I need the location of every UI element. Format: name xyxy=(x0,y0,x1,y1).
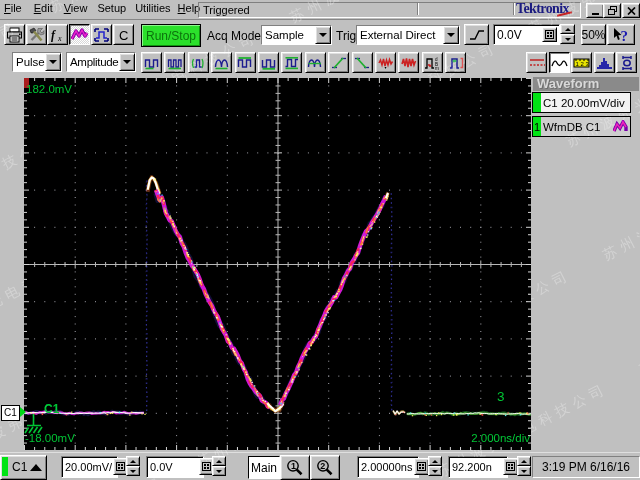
waveform-row-2[interactable]: 1WfmDB C1 xyxy=(532,116,631,137)
svg-text:C: C xyxy=(119,28,128,42)
trig-slope-button[interactable] xyxy=(464,24,489,45)
histogram-view-button[interactable] xyxy=(594,52,615,73)
minimize-button[interactable] xyxy=(586,3,604,18)
close-button[interactable] xyxy=(622,3,640,18)
mean-measurement-button[interactable] xyxy=(305,52,326,73)
zoom-percent-button[interactable]: 50% xyxy=(581,24,606,45)
fall-time-icon xyxy=(354,56,370,70)
magnifier-2-icon: 2 xyxy=(316,459,334,476)
menu-setup[interactable]: Setup xyxy=(97,0,126,16)
waveform-row-color-bar xyxy=(533,93,541,112)
run-stop-label: Run/Stop xyxy=(146,29,196,43)
readout-view-button[interactable]: 1 2 3 xyxy=(571,52,592,73)
zoom2-button[interactable]: 2 xyxy=(310,455,340,480)
trig-level-value: 0.0V xyxy=(497,28,522,42)
pulse-capture-button[interactable] xyxy=(91,24,112,45)
menu-bar: FileEditViewSetupUtilitiesHelp Triggered… xyxy=(0,0,640,20)
vertical-offset-spinner[interactable] xyxy=(212,456,226,476)
tools-button[interactable] xyxy=(26,24,47,45)
fall-time-measurement-button[interactable] xyxy=(352,52,373,73)
trig-source-dropdown-arrow[interactable] xyxy=(443,26,459,44)
print-button[interactable] xyxy=(4,24,25,45)
scope-screen: 182.0mV-18.00mV2.000ns/div3C1 xyxy=(24,78,531,450)
spin-up-button[interactable] xyxy=(428,456,442,466)
period-measurement-button[interactable] xyxy=(141,52,162,73)
cycle-mean-measurement-button[interactable] xyxy=(211,52,232,73)
trig-level-spinner[interactable] xyxy=(560,24,575,44)
meas-category2-combobox[interactable]: Amplitude xyxy=(66,52,136,72)
keypad-button[interactable] xyxy=(414,458,429,475)
eye-mask-view-button[interactable] xyxy=(616,52,637,73)
waveform-button[interactable] xyxy=(69,24,90,45)
pkpk-noise-measurement-button[interactable] xyxy=(398,52,419,73)
vertical-scale-spinner[interactable] xyxy=(126,456,140,476)
spin-down-button[interactable] xyxy=(560,34,575,44)
channel-marker-label: C1 xyxy=(4,407,17,418)
restore-button[interactable] xyxy=(603,3,621,18)
trig-level-field[interactable]: 0.0V xyxy=(493,24,560,45)
meas-category2-dropdown-arrow[interactable] xyxy=(119,53,135,71)
meas-category1-value: Pulse xyxy=(13,53,45,71)
timebase-select-label: Main xyxy=(251,461,277,475)
run-stop-button[interactable]: Run/Stop xyxy=(141,24,201,47)
trig-source-combobox[interactable]: External Direct xyxy=(356,25,460,45)
menu-view[interactable]: View xyxy=(64,0,88,16)
c-measure-button[interactable]: C xyxy=(113,24,134,45)
spin-down-button[interactable] xyxy=(517,466,531,476)
fx-button[interactable]: fx xyxy=(47,24,68,45)
up-arrow-icon xyxy=(130,460,136,463)
horizontal-scale-spinner[interactable] xyxy=(428,456,442,476)
frequency-measurement-button[interactable] xyxy=(164,52,185,73)
menu-help[interactable]: Help xyxy=(178,0,201,16)
low-measurement-button[interactable] xyxy=(258,52,279,73)
channel-marker[interactable]: C1 xyxy=(1,405,25,420)
spin-down-button[interactable] xyxy=(126,466,140,476)
dbm-icon: dBm xyxy=(424,56,440,70)
context-help-button[interactable]: ? xyxy=(607,24,635,45)
svg-text:1 2 3: 1 2 3 xyxy=(575,60,589,66)
horizontal-position-value: 92.200n xyxy=(452,461,492,473)
meas-category1-dropdown-arrow[interactable] xyxy=(45,53,61,71)
horizontal-position-spinner[interactable] xyxy=(517,456,531,476)
down-arrow-icon xyxy=(432,470,438,473)
horizontal-position-field[interactable]: 92.200n xyxy=(448,456,508,478)
vertical-offset-value: 0.0V xyxy=(150,461,173,473)
vector-view-button[interactable] xyxy=(549,52,570,73)
persistence-view-button[interactable] xyxy=(526,52,547,73)
vertical-scale-field[interactable]: 20.00mV/ xyxy=(61,456,118,478)
menu-utilities[interactable]: Utilities xyxy=(135,0,170,16)
menu-file[interactable]: File xyxy=(4,0,22,16)
spin-up-button[interactable] xyxy=(560,24,575,34)
channel-select-button[interactable]: C1 xyxy=(0,455,47,480)
spin-up-button[interactable] xyxy=(517,456,531,466)
dbm-measurement-button[interactable]: dBm xyxy=(422,52,443,73)
restore-icon xyxy=(608,6,617,15)
minimize-icon xyxy=(592,13,599,15)
amplitude-measurement-button[interactable] xyxy=(281,52,302,73)
rms-noise-measurement-button[interactable] xyxy=(375,52,396,73)
high-measurement-button[interactable] xyxy=(235,52,256,73)
keypad-button[interactable] xyxy=(503,458,518,475)
up-arrow-icon xyxy=(565,28,571,31)
keypad-icon xyxy=(202,462,211,471)
spin-down-button[interactable] xyxy=(428,466,442,476)
menu-items: FileEditViewSetupUtilitiesHelp xyxy=(4,0,200,16)
meas-category1-combobox[interactable]: Pulse xyxy=(12,52,62,72)
menu-edit[interactable]: Edit xyxy=(34,0,53,16)
acq-mode-dropdown-arrow[interactable] xyxy=(315,26,331,44)
timebase-select-button[interactable]: Main xyxy=(248,456,280,479)
acq-mode-combobox[interactable]: Sample xyxy=(261,25,332,45)
gated-measurement-button[interactable] xyxy=(445,52,466,73)
spin-up-button[interactable] xyxy=(126,456,140,466)
rise-time-measurement-button[interactable] xyxy=(328,52,349,73)
spin-down-button[interactable] xyxy=(212,466,226,476)
horizontal-scale-field[interactable]: 2.00000ns xyxy=(357,456,419,478)
waveform-row-1[interactable]: C1 20.00mV/div xyxy=(532,92,631,113)
keypad-button[interactable] xyxy=(542,27,557,42)
vertical-offset-field[interactable]: 0.0V xyxy=(146,456,204,478)
bottom-control-bar: C1 20.00mV/ 0.0V Main 1 xyxy=(0,452,640,480)
clock-text: 3:19 PM 6/16/16 xyxy=(542,460,630,474)
positive-width-measurement-button[interactable] xyxy=(188,52,209,73)
spin-up-button[interactable] xyxy=(212,456,226,466)
zoom1-button[interactable]: 1 xyxy=(280,455,310,480)
